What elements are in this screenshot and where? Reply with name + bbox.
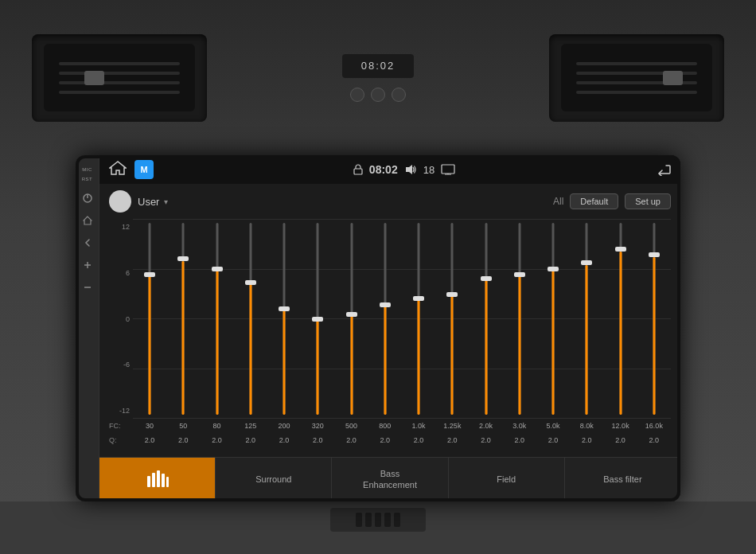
slot-4 [384, 513, 391, 527]
vol-up-button[interactable] [82, 259, 93, 271]
slider-thumb-11[interactable] [514, 272, 525, 277]
slider-fill-10 [485, 280, 487, 415]
svg-rect-14 [147, 476, 150, 487]
slider-fill-9 [451, 296, 454, 415]
radio-freq: 08:02 [361, 60, 396, 72]
eq-y-axis: 12 6 0 -6 -12 [109, 219, 133, 419]
q-value-8: 2.0 [402, 436, 435, 444]
power-button[interactable] [82, 193, 93, 204]
eq-slider-col-10[interactable] [470, 219, 503, 419]
eq-slider-col-5[interactable] [301, 219, 334, 419]
slider-thumb-10[interactable] [481, 276, 492, 281]
preset-dropdown[interactable]: User ▾ [138, 196, 168, 208]
fc-value-12: 5.0k [536, 422, 570, 430]
eq-left-controls: User ▾ [109, 190, 168, 213]
q-value-1: 2.0 [166, 436, 200, 444]
status-center: 08:02 18 [353, 163, 455, 176]
profile-circle [109, 190, 131, 213]
slider-track-6 [350, 223, 353, 415]
slider-thumb-7[interactable] [380, 302, 391, 307]
chevron-down-icon: ▾ [164, 197, 168, 206]
center-buttons [350, 88, 406, 102]
svg-rect-17 [162, 474, 165, 487]
home-icon[interactable] [109, 161, 127, 178]
eq-slider-col-3[interactable] [234, 219, 267, 419]
status-right [655, 163, 671, 176]
fc-value-15: 16.0k [637, 422, 671, 430]
q-value-4: 2.0 [267, 436, 301, 444]
bass-tab[interactable]: Bass Enhancement [332, 458, 448, 501]
slider-track-0 [149, 223, 151, 415]
bassfilter-tab[interactable]: Bass filter [565, 458, 680, 501]
return-icon[interactable] [655, 163, 671, 176]
slider-thumb-8[interactable] [413, 296, 424, 301]
bottom-tabs: SurroundBass EnhancementFieldBass filter [99, 457, 680, 501]
q-value-11: 2.0 [503, 436, 536, 444]
slider-thumb-1[interactable] [177, 256, 189, 261]
slider-fill-3 [249, 284, 251, 415]
slider-fill-15 [653, 257, 655, 415]
slider-thumb-0[interactable] [144, 272, 155, 277]
svg-rect-15 [152, 473, 155, 487]
eq-slider-col-9[interactable] [435, 219, 469, 419]
center-btn-2[interactable] [371, 88, 385, 102]
slider-thumb-5[interactable] [312, 317, 323, 322]
eq-tab[interactable] [99, 458, 216, 501]
eq-fc-row: FC: 3050801252003205008001.0k1.25k2.0k3.… [109, 419, 671, 433]
center-btn-3[interactable] [392, 88, 406, 102]
field-tab[interactable]: Field [449, 458, 565, 501]
q-value-5: 2.0 [301, 436, 334, 444]
eq-slider-col-7[interactable] [368, 219, 402, 419]
q-value-0: 2.0 [133, 436, 166, 444]
all-label: All [553, 196, 563, 207]
eq-slider-col-2[interactable] [201, 219, 234, 419]
eq-slider-col-6[interactable] [335, 219, 368, 419]
slider-thumb-9[interactable] [446, 292, 458, 297]
slider-track-8 [418, 223, 420, 415]
slider-thumb-3[interactable] [245, 280, 256, 285]
q-value-6: 2.0 [335, 436, 368, 444]
eq-slider-col-15[interactable] [637, 219, 671, 419]
y-label-6: 6 [109, 269, 133, 277]
eq-slider-col-13[interactable] [570, 219, 603, 419]
right-vent [549, 34, 724, 122]
app-icon[interactable]: M [134, 160, 154, 179]
eq-slider-col-1[interactable] [166, 219, 200, 419]
vol-down-button[interactable] [82, 282, 93, 293]
slider-thumb-4[interactable] [279, 306, 290, 311]
slider-fill-0 [149, 276, 151, 415]
y-label-neg6: -6 [109, 361, 133, 369]
slider-thumb-12[interactable] [548, 267, 559, 271]
eq-slider-col-11[interactable] [503, 219, 536, 419]
eq-slider-col-14[interactable] [604, 219, 637, 419]
q-values: 2.02.02.02.02.02.02.02.02.02.02.02.02.02… [133, 436, 671, 444]
field-tab-label: Field [497, 474, 516, 485]
eq-slider-col-0[interactable] [133, 219, 166, 419]
slider-fill-5 [317, 319, 319, 416]
home-button[interactable] [82, 215, 93, 226]
center-btn-1[interactable] [350, 88, 364, 102]
setup-button[interactable]: Set up [625, 193, 671, 209]
surround-tab[interactable]: Surround [216, 458, 332, 501]
eq-slider-col-12[interactable] [536, 219, 570, 419]
svg-marker-6 [110, 162, 126, 174]
radio-display: 08:02 [342, 54, 414, 78]
slider-thumb-2[interactable] [212, 267, 223, 271]
eq-slider-col-4[interactable] [267, 219, 301, 419]
eq-slider-col-8[interactable] [402, 219, 435, 419]
q-value-9: 2.0 [435, 436, 469, 444]
slider-fill-14 [619, 252, 622, 415]
slider-track-7 [384, 223, 386, 415]
fc-value-5: 320 [301, 422, 334, 430]
fc-value-1: 50 [166, 422, 200, 430]
slider-thumb-15[interactable] [649, 252, 660, 257]
default-button[interactable]: Default [570, 193, 618, 209]
q-value-3: 2.0 [234, 436, 267, 444]
fc-value-10: 2.0k [470, 422, 503, 430]
slider-thumb-6[interactable] [346, 312, 357, 317]
rst-label: RST [82, 177, 93, 181]
back-button[interactable] [82, 237, 93, 248]
top-area: 08:02 [0, 0, 756, 155]
slider-thumb-13[interactable] [581, 260, 592, 265]
slider-thumb-14[interactable] [615, 247, 626, 252]
